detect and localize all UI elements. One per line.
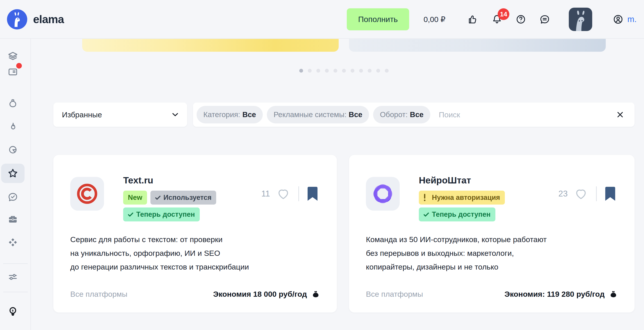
money-bag-icon [8, 98, 18, 109]
account-label: m. [627, 15, 636, 24]
like-button[interactable] [277, 188, 290, 200]
money-bag-icon [609, 290, 618, 299]
sidebar-item-marketplace[interactable] [6, 235, 20, 250]
savings-text: Экономия 18 000 руб/год [213, 290, 307, 299]
carousel-dot[interactable] [325, 69, 329, 73]
bookmark-icon [605, 186, 615, 201]
carousel-dot[interactable] [334, 69, 337, 73]
check-icon [424, 212, 429, 217]
sidebar-item-finance[interactable] [6, 96, 20, 111]
sidebar-item-campaigns[interactable] [6, 49, 20, 63]
sidebar-divider [3, 292, 28, 292]
notifications-button[interactable]: 14 [491, 13, 503, 25]
sidebar-item-promo[interactable] [6, 120, 20, 134]
badge-available: Теперь доступен [419, 207, 496, 221]
carousel-dot[interactable] [359, 69, 363, 73]
sidebar-item-favorites[interactable] [1, 164, 24, 183]
news-card-icon [8, 67, 18, 77]
card-description: Команда из 50 ИИ-сотрудников, которые ра… [366, 233, 618, 274]
llama-icon [7, 9, 27, 29]
chat-check-icon [8, 191, 18, 202]
sidebar-item-ideas[interactable] [6, 304, 20, 318]
divider [298, 186, 299, 201]
unread-dot-badge [16, 63, 22, 69]
savings-label: Экономия: 119 280 руб/год [504, 290, 618, 299]
bookmark-button[interactable] [308, 186, 318, 201]
carousel-dot[interactable] [342, 69, 346, 73]
chip-label: Рекламные системы: [274, 110, 346, 119]
sidebar-item-moderation[interactable] [6, 190, 20, 204]
notifications-badge: 14 [498, 8, 509, 20]
carousel-dot[interactable] [350, 69, 354, 73]
carousel-dot[interactable] [299, 69, 303, 73]
account-menu[interactable]: m. [612, 13, 636, 25]
badge-new: New [123, 191, 147, 204]
view-select-value: Избранные [62, 110, 102, 119]
badge-auth-required: Нужна авторизация [419, 191, 505, 204]
view-select[interactable]: Избранные [53, 103, 187, 127]
platforms-label: Все платформы [70, 290, 128, 299]
person-circle-icon [612, 13, 624, 25]
carousel-dot[interactable] [376, 69, 380, 73]
help-button[interactable] [515, 13, 527, 25]
diamonds-icon [8, 237, 18, 248]
sidebar-divider [3, 263, 28, 264]
heart-icon [277, 188, 290, 200]
filter-chip-turnover[interactable]: Оборот: Все [373, 106, 430, 123]
brand[interactable]: elama [7, 9, 64, 29]
carousel-dot[interactable] [316, 69, 320, 73]
avatar-llama-icon [570, 8, 591, 31]
badge-label: New [128, 193, 142, 202]
card-description: Сервис для работы с текстом: от проверки… [70, 233, 320, 274]
carousel-dot[interactable] [385, 69, 389, 73]
textru-logo [70, 177, 104, 211]
top-bar: elama Пополнить 0,00 ₽ 14 [0, 0, 644, 39]
check-icon [128, 212, 133, 217]
user-avatar[interactable] [569, 8, 592, 31]
search-input[interactable] [439, 110, 616, 119]
sidebar-item-settings[interactable] [6, 270, 20, 284]
like-button[interactable] [574, 188, 588, 200]
neuroshtat-logo [366, 177, 400, 211]
chip-value: Все [410, 110, 424, 119]
filter-chip-ad-systems[interactable]: Рекламные системы: Все [267, 106, 369, 123]
pie-chart-icon [8, 144, 18, 155]
badge-used: Используется [150, 191, 216, 204]
card-title[interactable]: НейроШтат [419, 175, 505, 186]
sidebar-item-reports[interactable] [6, 143, 20, 157]
support-chat-button[interactable] [538, 13, 551, 25]
thumbs-up-icon [467, 13, 479, 25]
brand-name: elama [33, 13, 64, 26]
check-icon [155, 195, 160, 200]
carousel-dot[interactable] [308, 69, 312, 73]
divider [596, 186, 597, 201]
carousel-dot[interactable] [368, 69, 372, 73]
carousel-dots [53, 69, 634, 73]
savings-label: Экономия 18 000 руб/год [213, 290, 320, 299]
badge-label: Нужна авторизация [432, 193, 500, 202]
money-bag-icon [312, 290, 320, 299]
briefcase-icon [8, 214, 18, 225]
bookmark-icon [308, 186, 318, 201]
likes-count: 11 [262, 189, 270, 198]
balance-amount[interactable]: 0,00 ₽ [424, 15, 446, 24]
chevron-down-icon [172, 113, 178, 116]
bookmark-button[interactable] [605, 186, 615, 201]
sidebar-item-news[interactable] [6, 65, 20, 79]
promo-banner-yellow[interactable] [82, 39, 339, 52]
purple-knot-icon [370, 180, 396, 207]
sidebar-item-tools[interactable] [6, 212, 20, 227]
star-icon [8, 168, 18, 179]
topup-button[interactable]: Пополнить [347, 8, 409, 30]
service-card-neuroshtat: НейроШтат Нужна авторизация Теперь досту… [349, 155, 634, 313]
chip-label: Оборот: [380, 110, 408, 119]
card-title[interactable]: Text.ru [123, 175, 216, 186]
promo-banner-gray[interactable] [349, 39, 606, 52]
clear-filters-button[interactable] [616, 111, 624, 119]
filter-chip-category[interactable]: Категория: Все [196, 106, 263, 123]
savings-text: Экономия: 119 280 руб/год [504, 290, 604, 299]
thumbs-up-button[interactable] [467, 13, 479, 25]
lightbulb-flash-icon [8, 306, 18, 317]
exclamation-icon [424, 194, 426, 201]
badge-label: Теперь доступен [432, 210, 491, 218]
